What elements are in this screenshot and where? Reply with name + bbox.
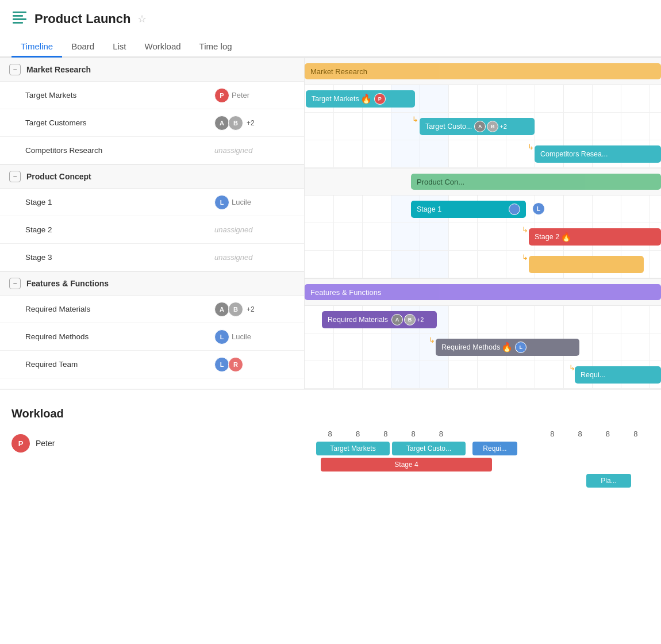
avatar: A bbox=[214, 302, 229, 317]
bar-label: Stage 1 bbox=[417, 205, 441, 213]
task-assignee: L Lucile bbox=[214, 329, 295, 344]
avatar-large-peter: P bbox=[11, 434, 30, 453]
fire-icon: 🔥 bbox=[560, 231, 572, 242]
avatar: B bbox=[404, 314, 416, 325]
gantt-bar-stage2[interactable]: Stage 2 🔥 bbox=[529, 228, 661, 246]
avatar bbox=[509, 204, 520, 215]
workload-bar-plan: Pla... bbox=[586, 474, 631, 488]
workload-number bbox=[510, 430, 538, 438]
gantt-bar-stage3[interactable] bbox=[529, 256, 644, 273]
svg-rect-1 bbox=[13, 15, 23, 17]
section-divider bbox=[0, 389, 661, 390]
workload-number: 8 bbox=[594, 430, 621, 438]
gantt-bar-required-team[interactable]: Requi... bbox=[575, 366, 661, 384]
gantt-row-product-concept-group: Product Con... bbox=[305, 168, 661, 195]
bar-label: Stage 2 bbox=[535, 233, 559, 241]
svg-rect-0 bbox=[13, 12, 26, 13]
tab-workload[interactable]: Workload bbox=[136, 37, 190, 57]
bar-label: Competitors Resea... bbox=[540, 150, 608, 158]
gantt-bar-stage1[interactable]: Stage 1 bbox=[411, 201, 526, 218]
assignee-count: +2 bbox=[499, 123, 507, 130]
task-name: Stage 3 bbox=[25, 253, 214, 262]
gantt-inner: Market Research Target Markets 🔥 P ↳ Tar… bbox=[305, 57, 661, 389]
gantt-row-required-team: ↳ Requi... bbox=[305, 361, 661, 389]
task-row-stage1: Stage 1 L Lucile bbox=[0, 189, 304, 216]
task-assignee: unassigned bbox=[214, 225, 295, 234]
workload-section: Workload P Peter 8 8 8 8 8 8 8 8 8 bbox=[0, 396, 661, 499]
gantt-bar-target-markets[interactable]: Target Markets 🔥 P bbox=[306, 90, 415, 108]
arrow-connector: ↳ bbox=[522, 253, 528, 262]
gantt-row-market-research-group: Market Research bbox=[305, 57, 661, 85]
avatar: L bbox=[515, 342, 527, 353]
task-name: Required Methods bbox=[25, 332, 214, 341]
workload-number bbox=[483, 430, 510, 438]
group-toggle-product-concept[interactable]: − bbox=[9, 171, 21, 182]
task-row-stage2: Stage 2 unassigned bbox=[0, 216, 304, 244]
tab-timeline[interactable]: Timeline bbox=[11, 37, 62, 57]
task-name: Stage 1 bbox=[25, 198, 214, 206]
gantt-bar-required-methods[interactable]: Required Methods 🔥 L bbox=[436, 339, 579, 356]
workload-bar-stage4: Stage 4 bbox=[321, 458, 492, 471]
avatar: A bbox=[214, 116, 229, 131]
task-name: Target Markets bbox=[25, 91, 214, 99]
group-title-market-research: Market Research bbox=[26, 65, 91, 74]
arrow-connector: ↳ bbox=[429, 336, 435, 344]
task-row-stage3: Stage 3 unassigned bbox=[0, 244, 304, 271]
group-title-product-concept: Product Concept bbox=[26, 172, 91, 181]
workload-number: 8 bbox=[566, 430, 594, 438]
task-row-required-team: Required Team L R bbox=[0, 351, 304, 378]
workload-number: 8 bbox=[427, 430, 455, 438]
workload-number: 8 bbox=[399, 430, 427, 438]
arrow-connector: ↳ bbox=[412, 115, 418, 124]
avatar: L bbox=[532, 202, 545, 215]
favorite-icon[interactable]: ☆ bbox=[137, 13, 147, 25]
bar-label: Required Materials bbox=[328, 316, 388, 324]
avatar: P bbox=[374, 93, 386, 105]
workload-bar-row-2: Stage 4 bbox=[316, 458, 650, 471]
gantt-bar-required-materials[interactable]: Required Materials A B +2 bbox=[322, 311, 437, 328]
group-header-product-concept: − Product Concept bbox=[0, 164, 304, 189]
avatar: L bbox=[214, 357, 229, 372]
workload-bar-target-markets: Target Markets bbox=[316, 442, 390, 455]
bar-label: Target Markets bbox=[312, 95, 359, 103]
tab-list[interactable]: List bbox=[103, 37, 135, 57]
avatar: B bbox=[487, 121, 498, 132]
gantt-row-stage1: Stage 1 L bbox=[305, 195, 661, 223]
gantt-bar-competitors-research[interactable]: Competitors Resea... bbox=[535, 145, 661, 163]
tab-timelog[interactable]: Time log bbox=[190, 37, 241, 57]
gantt-bar-target-customers[interactable]: Target Custo... A B +2 bbox=[420, 118, 535, 135]
group-toggle-features-functions[interactable]: − bbox=[9, 278, 21, 289]
arrow-connector: ↳ bbox=[522, 225, 528, 234]
gantt-bar-product-concept[interactable]: Product Con... bbox=[411, 174, 661, 190]
gantt-bar-features[interactable]: Features & Functions bbox=[305, 284, 661, 300]
task-assignee: A B +2 bbox=[214, 116, 295, 131]
bar-label: Target Custo... bbox=[425, 122, 472, 131]
tab-board[interactable]: Board bbox=[62, 37, 103, 57]
task-assignee: A B +2 bbox=[214, 302, 295, 317]
assignee-name: Peter bbox=[232, 91, 249, 99]
gantt-row-competitors-research: ↳ Competitors Resea... bbox=[305, 140, 661, 168]
avatar: B bbox=[228, 116, 243, 131]
workload-number: 8 bbox=[372, 430, 399, 438]
task-name: Target Customers bbox=[25, 118, 214, 127]
task-row-competitors-research: Competitors Research unassigned bbox=[0, 137, 304, 164]
group-header-market-research: − Market Research bbox=[0, 57, 304, 82]
group-title-features-functions: Features & Functions bbox=[26, 279, 109, 288]
task-assignee: L R bbox=[214, 357, 295, 372]
avatar: P bbox=[214, 88, 229, 103]
unassigned-label: unassigned bbox=[214, 146, 253, 155]
bar-label: Requi... bbox=[581, 371, 605, 379]
task-name: Required Materials bbox=[25, 305, 214, 313]
task-assignee: L Lucile bbox=[214, 195, 295, 210]
task-name: Stage 2 bbox=[25, 225, 214, 234]
assignee-name: Lucile bbox=[232, 332, 251, 341]
gantt-row-target-customers: ↳ Target Custo... A B +2 bbox=[305, 113, 661, 140]
gantt-bar-market-research[interactable]: Market Research bbox=[305, 63, 661, 79]
workload-gantt-peter: 8 8 8 8 8 8 8 8 8 Target Markets Target … bbox=[316, 430, 650, 488]
avatar: R bbox=[228, 357, 243, 372]
group-toggle-market-research[interactable]: − bbox=[9, 64, 21, 75]
task-list: − Market Research Target Markets P Peter… bbox=[0, 57, 305, 389]
workload-number: 8 bbox=[622, 430, 650, 438]
main-content: − Market Research Target Markets P Peter… bbox=[0, 57, 661, 389]
workload-title: Workload bbox=[11, 407, 650, 420]
